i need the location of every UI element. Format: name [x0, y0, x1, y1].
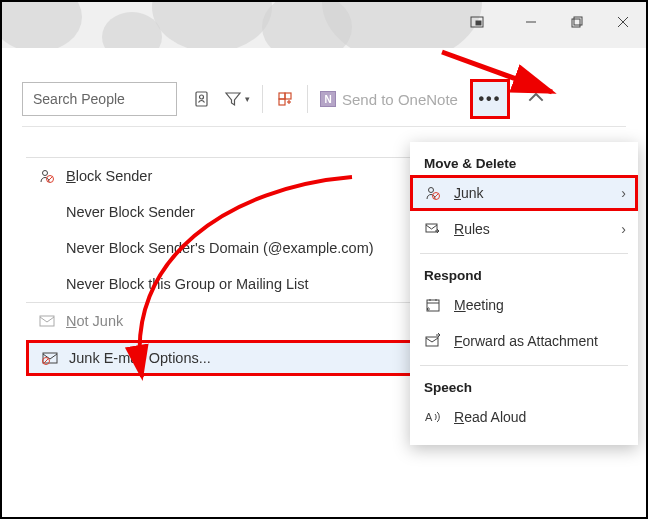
close-button[interactable]: [600, 2, 646, 42]
search-input[interactable]: Search People: [22, 82, 177, 116]
divider: [420, 365, 628, 366]
svg-rect-12: [279, 93, 285, 99]
forward-attachment-menu-item[interactable]: Forward as Attachment: [410, 323, 638, 359]
junk-icon: [424, 184, 442, 202]
maximize-button[interactable]: [554, 2, 600, 42]
divider: [307, 85, 308, 113]
meeting-menu-item[interactable]: Meeting: [410, 287, 638, 323]
address-book-button[interactable]: [185, 82, 217, 116]
chevron-right-icon: ›: [621, 185, 626, 201]
section-speech: Speech: [410, 372, 638, 399]
chevron-right-icon: ›: [621, 221, 626, 237]
rules-menu-item[interactable]: Rules ›: [410, 211, 638, 247]
window-titlebar: [2, 2, 646, 42]
rules-icon: [424, 220, 442, 238]
svg-rect-4: [574, 17, 582, 25]
junk-menu-item[interactable]: Junk ›: [410, 175, 638, 211]
envelope-icon: [38, 312, 56, 330]
divider: [420, 253, 628, 254]
svg-text:A: A: [425, 411, 433, 423]
svg-point-24: [429, 188, 434, 193]
read-aloud-icon: A: [424, 408, 442, 426]
annotation-arrow-1: [432, 42, 592, 112]
meeting-label: Meeting: [454, 297, 504, 313]
divider: [262, 85, 263, 113]
svg-point-8: [200, 95, 204, 99]
svg-rect-13: [285, 93, 291, 99]
overflow-menu: Move & Delete Junk › Rules › Respond Mee…: [410, 142, 638, 445]
forward-icon: [424, 332, 442, 350]
pip-button[interactable]: [454, 2, 500, 42]
forward-label: Forward as Attachment: [454, 333, 598, 349]
search-placeholder: Search People: [33, 91, 125, 107]
minimize-button[interactable]: [508, 2, 554, 42]
junk-label: Junk: [454, 185, 484, 201]
calendar-icon: [424, 296, 442, 314]
read-aloud-label: Read Aloud: [454, 409, 526, 425]
svg-rect-1: [476, 21, 481, 25]
read-aloud-menu-item[interactable]: A Read Aloud: [410, 399, 638, 435]
svg-point-17: [43, 171, 48, 176]
add-group-button[interactable]: [269, 82, 301, 116]
onenote-icon: N: [320, 91, 336, 107]
svg-rect-20: [40, 316, 54, 326]
rules-label: Rules: [454, 221, 490, 237]
filter-button[interactable]: ▾: [217, 82, 256, 116]
section-respond: Respond: [410, 260, 638, 287]
section-move-delete: Move & Delete: [410, 148, 638, 175]
block-sender-icon: [38, 167, 56, 185]
annotation-arrow-2: [102, 167, 362, 397]
svg-rect-14: [279, 99, 285, 105]
svg-rect-3: [572, 19, 580, 27]
junk-options-icon: [41, 349, 59, 367]
